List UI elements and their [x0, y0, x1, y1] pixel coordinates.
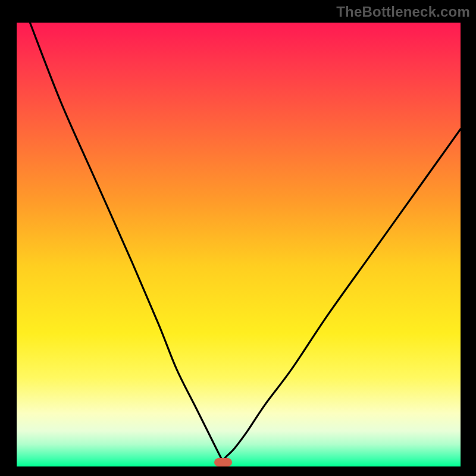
minimum-marker [214, 458, 232, 466]
curve-path [30, 23, 461, 462]
plot-area [17, 23, 461, 466]
curve-svg [17, 23, 461, 466]
chart-container: TheBottleneck.com [0, 0, 476, 476]
watermark-text: TheBottleneck.com [336, 4, 470, 20]
